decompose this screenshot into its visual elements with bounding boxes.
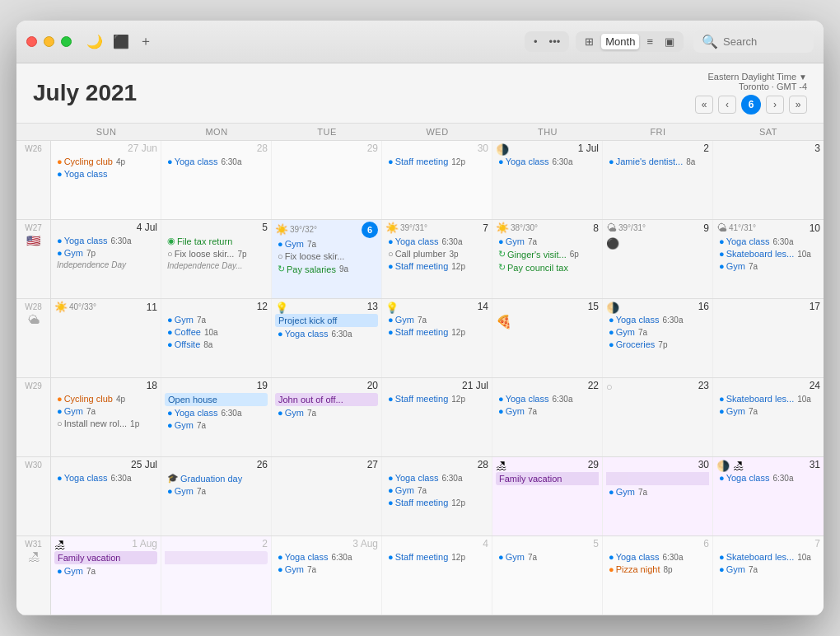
event[interactable]: ● Skateboard les...10a [716, 248, 820, 260]
day-cell[interactable]: ☀️38°/30° 8 ● Gym7a ↻ Ginger's visit...6… [492, 220, 603, 298]
family-vacation-event[interactable]: Family vacation [496, 472, 599, 485]
day-cell[interactable]: 4 ● Staff meeting12p [382, 536, 492, 615]
event[interactable]: ● Yoga class6:30a [496, 156, 599, 167]
event[interactable]: ● Gym7a [275, 564, 378, 575]
event[interactable]: ● Yoga class6:30a [606, 551, 709, 563]
add-event-icon[interactable]: ＋ [139, 33, 152, 50]
grid-view-button[interactable]: ⊞ [581, 34, 598, 49]
event[interactable]: ● Yoga class6:30a [385, 472, 488, 484]
event[interactable]: ● Skateboard les...10a [716, 551, 820, 563]
event[interactable]: ○ Fix loose skir... [275, 250, 378, 262]
search-input[interactable] [723, 35, 805, 48]
day-cell[interactable]: 🌗 1 Jul ● Yoga class6:30a [492, 141, 603, 219]
day-cell[interactable]: 🌤41°/31° 10 ● Yoga class6:30a ● Skateboa… [713, 220, 824, 298]
event[interactable]: ● Gym7a [385, 484, 488, 496]
day-cell[interactable]: 3 [713, 141, 824, 219]
day-cell[interactable]: 🏖 1 Aug Family vacation ● Gym7a [51, 536, 161, 615]
prev-prev-button[interactable]: « [695, 96, 713, 114]
event[interactable]: ● Gym7a [496, 236, 599, 247]
event[interactable]: ● Staff meeting12p [385, 393, 488, 405]
event[interactable]: ↻ Pay council tax [496, 261, 599, 274]
event[interactable]: ● Yoga class6:30a [54, 472, 157, 484]
day-cell[interactable]: 29 [272, 141, 382, 219]
span-event[interactable]: Project kick off [275, 314, 378, 327]
event[interactable]: ● Offsite8a [165, 339, 268, 350]
day-cell[interactable]: ○ 23 [603, 378, 713, 456]
event[interactable]: ● Yoga class6:30a [275, 551, 378, 563]
event[interactable]: ● Skateboard les...10a [716, 393, 820, 405]
minimize-button[interactable] [44, 36, 54, 47]
day-cell[interactable]: 28 ● Yoga class6:30a ● Gym7a ● Staff mee… [382, 457, 492, 535]
event[interactable]: ● Yoga class6:30a [385, 236, 488, 247]
open-house-event[interactable]: Open house [165, 393, 268, 406]
day-cell[interactable]: 3 Aug ● Yoga class6:30a ● Gym7a [272, 536, 382, 615]
day-cell[interactable]: 12 ● Gym7a ● Coffee10a ● Offsite8a [161, 299, 272, 377]
event[interactable]: ● Pizza night8p [606, 564, 709, 575]
day-cell[interactable]: 22 ● Yoga class6:30a ● Gym7a [492, 378, 603, 456]
day-cell[interactable]: 7 ● Skateboard les...10a ● Gym7a [713, 536, 824, 615]
event[interactable]: ● Gym7a [496, 551, 599, 563]
event[interactable]: ○ Install new rol...1p [54, 418, 157, 429]
event[interactable]: ● Groceries7p [606, 339, 709, 350]
day-cell[interactable]: ☀️40°/33° 11 [51, 299, 161, 377]
event[interactable]: ● Gym7a [165, 485, 268, 497]
today-button[interactable]: 6 [741, 95, 761, 115]
day-cell[interactable]: 20 John out of off... ● Gym7a [272, 378, 382, 456]
event[interactable]: ○ Call plumber3p [385, 248, 488, 260]
day-cell[interactable]: 19 Open house ● Yoga class6:30a ● Gym7a [161, 378, 272, 456]
event[interactable]: ● Gym7p [54, 247, 157, 259]
event[interactable]: ● Yoga class6:30a [54, 235, 157, 246]
dots3-view-button[interactable]: ••• [545, 34, 565, 49]
event[interactable]: ● Cycling club4p [54, 393, 157, 405]
day-cell[interactable]: 27 [272, 457, 382, 535]
event[interactable]: ● Gym7a [716, 405, 820, 417]
event[interactable]: ● Gym7a [54, 405, 157, 417]
day-cell[interactable]: 2 ● Jamie's dentist...8a [603, 141, 713, 219]
day-cell[interactable]: 28 ● Yoga class6:30a [161, 141, 272, 219]
event[interactable]: ● Gym7a [606, 326, 709, 338]
day-cell[interactable]: 🌗 16 ● Yoga class6:30a ● Gym7a ● Groceri… [603, 299, 713, 377]
event[interactable]: ● Staff meeting12p [385, 326, 488, 338]
event[interactable]: ● Gym7a [385, 314, 488, 325]
event[interactable]: ● Staff meeting12p [385, 551, 488, 563]
close-button[interactable] [26, 36, 37, 47]
event[interactable]: ● Jamie's dentist...8a [606, 156, 709, 167]
list-view-button[interactable]: ≡ [642, 34, 657, 49]
day-cell[interactable]: 15 🍕 [492, 299, 603, 377]
fullscreen-button[interactable] [61, 36, 72, 47]
day-cell[interactable]: 21 Jul ● Staff meeting12p [382, 378, 492, 456]
event[interactable]: ◉ File tax return [165, 235, 268, 247]
dots-view-button[interactable]: • [530, 34, 542, 49]
day-cell[interactable]: 💡 13 Project kick off ● Yoga class6:30a [272, 299, 382, 377]
day-cell[interactable]: 27 Jun ● Cycling club4p ● Yoga class [51, 141, 161, 219]
event[interactable]: ● Gym7a [275, 238, 378, 250]
day-cell[interactable]: 17 [713, 299, 824, 377]
day-cell[interactable]: 24 ● Skateboard les...10a ● Gym7a [713, 378, 824, 456]
event[interactable]: ● Gym7a [716, 260, 820, 272]
day-cell-today[interactable]: ☀️39°/32° 6 ● Gym7a ○ Fix loose skir... … [272, 220, 382, 298]
event[interactable]: ● Staff meeting12p [385, 156, 488, 167]
day-cell[interactable]: 2 [161, 536, 272, 615]
month-view-button[interactable]: Month [601, 34, 639, 49]
event[interactable]: ● Yoga class [54, 168, 157, 180]
split-view-button[interactable]: ▣ [660, 34, 679, 49]
event[interactable]: 🎓 Graduation day [165, 472, 268, 484]
event[interactable]: ● Coffee10a [165, 326, 268, 338]
event[interactable]: ↻ Ginger's visit...6p [496, 248, 599, 260]
event[interactable]: ● Gym7a [606, 486, 709, 498]
day-cell[interactable]: 💡 14 ● Gym7a ● Staff meeting12p [382, 299, 492, 377]
event[interactable]: ● Gym7a [716, 564, 820, 575]
event[interactable]: ● Staff meeting12p [385, 497, 488, 508]
event[interactable]: ● Gym7a [54, 565, 157, 577]
chevron-down-icon[interactable]: ▼ [799, 72, 807, 82]
family-vacation-cont2[interactable]: Family vacation [54, 551, 157, 564]
day-cell[interactable]: 30 ● Gym7a [603, 457, 713, 535]
day-cell[interactable]: 5 ● Gym7a [492, 536, 603, 615]
event[interactable]: ● Yoga class6:30a [165, 156, 268, 167]
sidebar-toggle-icon[interactable]: ⬛ [113, 34, 129, 49]
event[interactable]: ● Yoga class6:30a [165, 407, 268, 419]
search-box[interactable]: 🔍 [693, 30, 814, 53]
day-cell[interactable]: ☀️39°/31° 7 ● Yoga class6:30a ○ Call plu… [382, 220, 492, 298]
day-cell[interactable]: 26 🎓 Graduation day ● Gym7a [161, 457, 272, 535]
day-cell[interactable]: 5 ◉ File tax return ○ Fix loose skir...7… [161, 220, 272, 298]
